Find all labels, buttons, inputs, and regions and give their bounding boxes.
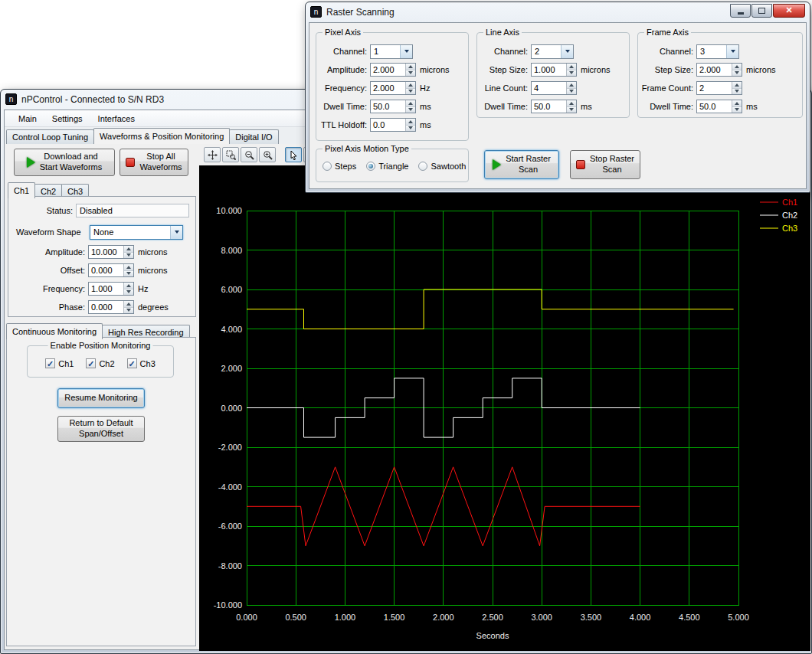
checkbox-icon[interactable]: ✓ (45, 358, 55, 368)
raster-window-title: Raster Scanning (326, 7, 395, 18)
pixel-dwell-value: 50.0 (371, 100, 405, 113)
spinner-arrows[interactable] (123, 301, 133, 313)
amplitude-spinner[interactable]: 10.000 (88, 245, 134, 259)
checkbox-icon[interactable]: ✓ (86, 358, 96, 368)
play-icon (27, 157, 35, 168)
waveform-graph[interactable]: 0.0000.5001.0001.5002.0002.5003.0003.500… (199, 165, 810, 651)
pixel-axis-group: Pixel Axis Channel: 1 Amplitude: 2.000 m… (316, 32, 469, 141)
pixel-amplitude-spinner[interactable]: 2.000 (370, 63, 416, 77)
line-channel-label: Channel: (480, 47, 528, 56)
menu-main[interactable]: Main (11, 112, 44, 126)
frequency-spinner[interactable]: 1.000 (88, 282, 134, 296)
cursor-icon[interactable] (285, 147, 302, 162)
checkbox-ch2-label: Ch2 (99, 359, 114, 368)
spinner-arrows[interactable] (123, 264, 133, 276)
chevron-down-icon[interactable] (400, 45, 412, 58)
spinner-arrows[interactable] (405, 82, 415, 94)
tab-digital-io[interactable]: Digital I/O (229, 129, 278, 144)
svg-text:2.000: 2.000 (221, 364, 242, 373)
start-raster-scan-label: Start Raster Scan (506, 154, 551, 175)
amplitude-unit: microns (138, 247, 168, 257)
spinner-arrows[interactable] (405, 119, 415, 131)
pixel-channel-dropdown[interactable]: 1 (370, 44, 413, 59)
pixel-dwell-spinner[interactable]: 50.0 (370, 100, 416, 113)
spinner-arrows[interactable] (566, 100, 576, 113)
waveform-shape-value: None (90, 226, 170, 239)
spinner-arrows[interactable] (123, 246, 133, 258)
svg-text:4.500: 4.500 (679, 613, 700, 622)
frame-dwell-spinner[interactable]: 50.0 (696, 100, 742, 113)
radio-icon[interactable] (323, 162, 332, 171)
zoom-region-icon[interactable] (222, 147, 239, 162)
line-axis-group: Line Axis Channel: 2 Step Size: 1.000 mi… (476, 32, 630, 118)
amplitude-label: Amplitude: (11, 247, 85, 257)
radio-selected-icon[interactable] (366, 162, 375, 171)
frame-count-spinner[interactable]: 2 (696, 81, 742, 95)
download-start-waveforms-button[interactable]: Download and Start Waveforms (14, 149, 115, 176)
tab-ch1[interactable]: Ch1 (8, 182, 35, 198)
radio-icon[interactable] (418, 162, 427, 171)
spinner-arrows[interactable] (732, 82, 742, 94)
line-step-spinner[interactable]: 1.000 (531, 63, 577, 77)
radio-sawtooth[interactable]: Sawtooth (418, 162, 466, 171)
stop-raster-scan-button[interactable]: Stop Raster Scan (570, 150, 640, 179)
close-button[interactable]: ✕ (773, 4, 805, 18)
line-channel-dropdown[interactable]: 2 (531, 44, 574, 59)
graph-toolbar (204, 147, 320, 162)
pixel-frequency-spinner[interactable]: 2.000 (370, 81, 416, 95)
frame-axis-title: Frame Axis (644, 28, 691, 37)
start-raster-scan-button[interactable]: Start Raster Scan (484, 150, 559, 179)
menu-interfaces[interactable]: Interfaces (90, 112, 142, 126)
maximize-button[interactable] (751, 4, 772, 18)
resume-monitoring-button[interactable]: Resume Monitoring (57, 388, 145, 408)
checkbox-ch1[interactable]: ✓ Ch1 (45, 358, 74, 368)
frame-step-unit: microns (746, 65, 776, 74)
amplitude-value: 10.000 (89, 246, 123, 258)
radio-sawtooth-label: Sawtooth (431, 162, 466, 171)
check-icon: ✓ (47, 360, 54, 368)
radio-steps[interactable]: Steps (323, 162, 356, 171)
menu-settings[interactable]: Settings (44, 112, 90, 126)
ttl-holdoff-label: TTL Holdoff: (319, 120, 367, 129)
checkbox-ch3[interactable]: ✓ Ch3 (127, 358, 156, 368)
frame-step-spinner[interactable]: 2.000 (696, 63, 742, 77)
tab-continuous-monitoring[interactable]: Continuous Monitoring (6, 323, 103, 339)
app-icon-glyph: n (314, 8, 319, 16)
line-count-spinner[interactable]: 4 (531, 81, 577, 95)
waveform-shape-dropdown[interactable]: None (90, 225, 183, 240)
checkbox-icon[interactable]: ✓ (127, 358, 137, 368)
radio-triangle[interactable]: Triangle (366, 162, 408, 171)
close-icon: ✕ (785, 5, 792, 15)
spinner-arrows[interactable] (732, 64, 742, 76)
return-default-span-offset-button[interactable]: Return to Default Span/Offset (57, 416, 145, 442)
frame-channel-dropdown[interactable]: 3 (696, 44, 739, 59)
spinner-arrows[interactable] (566, 82, 576, 94)
zoom-out-icon[interactable] (241, 147, 257, 162)
download-start-waveforms-label: Download and Start Waveforms (40, 152, 103, 173)
spinner-arrows[interactable] (732, 100, 742, 113)
raster-titlebar[interactable]: n Raster Scanning ✕ (306, 2, 810, 21)
spinner-arrows[interactable] (405, 100, 415, 113)
chevron-down-icon[interactable] (170, 226, 182, 239)
svg-text:-2.000: -2.000 (218, 443, 242, 452)
zoom-in-icon[interactable] (259, 147, 276, 162)
pan-icon[interactable] (204, 147, 221, 162)
spinner-arrows[interactable] (566, 64, 576, 76)
spinner-arrows[interactable] (123, 283, 133, 295)
offset-spinner[interactable]: 0.000 (88, 263, 134, 277)
tab-control-loop-tuning[interactable]: Control Loop Tuning (6, 129, 94, 144)
tab-waveforms-position-monitoring[interactable]: Waveforms & Position Monitoring (93, 128, 230, 144)
frequency-label: Frequency: (11, 284, 85, 293)
stop-all-waveforms-button[interactable]: Stop All Waveforms (120, 149, 188, 176)
play-icon (493, 159, 501, 170)
line-dwell-spinner[interactable]: 50.0 (531, 100, 577, 113)
ttl-holdoff-spinner[interactable]: 0.0 (370, 118, 416, 132)
spinner-arrows[interactable] (405, 64, 415, 76)
chevron-down-icon[interactable] (561, 45, 573, 58)
offset-unit: microns (138, 266, 168, 275)
phase-spinner[interactable]: 0.000 (88, 300, 134, 314)
svg-text:0.000: 0.000 (221, 404, 242, 413)
checkbox-ch2[interactable]: ✓ Ch2 (86, 358, 114, 368)
chevron-down-icon[interactable] (726, 45, 738, 58)
minimize-button[interactable] (730, 4, 751, 18)
